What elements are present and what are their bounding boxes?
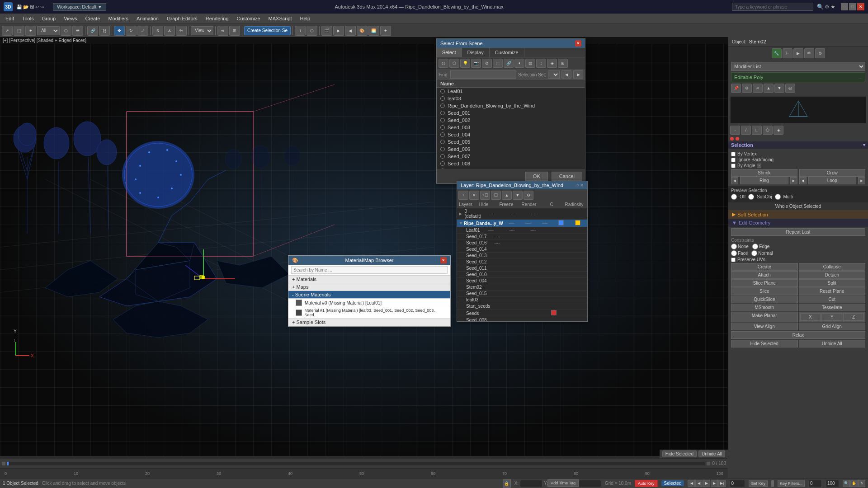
ring-right-arrow[interactable]: ► bbox=[790, 177, 797, 184]
mat-section-materials[interactable]: + Materials bbox=[288, 276, 450, 283]
view-align-btn[interactable]: View Align bbox=[731, 323, 798, 330]
grow-btn[interactable]: Grow bbox=[799, 169, 866, 177]
scale-btn[interactable]: ⤢ bbox=[137, 26, 148, 36]
layer-sel-from-btn[interactable]: ☐ bbox=[491, 191, 501, 200]
render-setup-btn[interactable]: 🎬 bbox=[321, 26, 332, 36]
start-frame-input[interactable] bbox=[808, 480, 822, 487]
percent-snap-btn[interactable]: % bbox=[176, 26, 187, 36]
scene-dialog-title[interactable]: Select From Scene ✕ bbox=[437, 39, 585, 48]
menu-modifiers[interactable]: Modifiers bbox=[104, 15, 132, 22]
modifier-dropdown[interactable]: Modifier List bbox=[731, 62, 865, 71]
show-result-btn[interactable]: ◎ bbox=[785, 84, 795, 93]
close-btn[interactable]: ✕ bbox=[857, 3, 864, 10]
msmooth-btn[interactable]: MSmooth bbox=[731, 304, 798, 311]
select-tool[interactable]: ↗ bbox=[2, 26, 13, 36]
set-key-btn[interactable]: Set Key bbox=[749, 480, 768, 487]
lasso-tool[interactable]: ✦ bbox=[25, 26, 36, 36]
mat-section-sample[interactable]: + Sample Slots bbox=[288, 319, 450, 326]
scene-tool3[interactable]: 💡 bbox=[460, 59, 470, 68]
prev-frame-btn[interactable]: ◀ bbox=[695, 480, 703, 487]
menu-help[interactable]: Help bbox=[297, 15, 314, 22]
curve-btn[interactable]: ⌇ bbox=[295, 26, 306, 36]
scene-tool1[interactable]: ◎ bbox=[439, 59, 448, 68]
mat-section-maps[interactable]: + Maps bbox=[288, 283, 450, 291]
layer-add-btn[interactable]: + bbox=[458, 191, 468, 200]
scene-tool11[interactable]: ◈ bbox=[547, 59, 557, 68]
layer-seed017[interactable]: Seed_017 ---- bbox=[457, 234, 587, 240]
edge-mode-btn[interactable]: / bbox=[741, 126, 751, 135]
off-radio[interactable] bbox=[731, 194, 737, 200]
menu-views[interactable]: Views bbox=[60, 15, 80, 22]
scene-tool8[interactable]: ✦ bbox=[514, 59, 524, 68]
layer-list[interactable]: ▶ 0 (default) ---- ---- ---- ▼ Ripe_Dand… bbox=[457, 208, 587, 321]
mat-item-1[interactable]: Material #1 (Missing Material) [leaf03, … bbox=[288, 307, 450, 319]
tessellate-btn[interactable]: Tessellate bbox=[799, 304, 866, 311]
loop-left-arrow[interactable]: ◄ bbox=[799, 177, 807, 184]
layer-seed015[interactable]: Seed_015 bbox=[457, 291, 587, 297]
render-effects-btn[interactable]: ✦ bbox=[380, 26, 391, 36]
mirror-btn[interactable]: ⇔ bbox=[217, 26, 228, 36]
attach-btn[interactable]: Attach bbox=[731, 271, 798, 279]
menu-rendering[interactable]: Rendering bbox=[202, 15, 232, 22]
render-btn[interactable]: ▶ bbox=[333, 26, 344, 36]
search-input[interactable] bbox=[732, 3, 813, 11]
z-btn[interactable]: Z bbox=[843, 313, 864, 321]
mat-item-0[interactable]: Material #0 (Missing Material) [Leaf01] bbox=[288, 299, 450, 307]
sel-set-btn1[interactable]: ◀ bbox=[561, 70, 571, 79]
scene-dialog-close[interactable]: ✕ bbox=[575, 40, 581, 47]
multi-radio[interactable] bbox=[775, 194, 781, 200]
by-vertex-check[interactable] bbox=[731, 152, 736, 156]
layer-start-seeds[interactable]: Start_seeds bbox=[457, 303, 587, 310]
scene-tool4[interactable]: 📷 bbox=[471, 59, 481, 68]
next-frame-btn[interactable]: ▶ bbox=[711, 480, 718, 487]
pin-btn[interactable]: 📌 bbox=[731, 84, 741, 93]
loop-right-arrow[interactable]: ► bbox=[858, 177, 865, 184]
layer-move-down-btn[interactable]: ▼ bbox=[513, 191, 523, 200]
add-time-tag-btn[interactable]: Add Time Tag bbox=[547, 479, 579, 487]
scene-tool6[interactable]: ⬚ bbox=[493, 59, 503, 68]
angle-snap-btn[interactable]: ∡ bbox=[164, 26, 175, 36]
border-mode-btn[interactable]: □ bbox=[752, 126, 762, 135]
by-angle-check[interactable] bbox=[731, 164, 736, 168]
filter-dropdown[interactable]: All bbox=[37, 26, 60, 35]
hierarchy-icon-btn[interactable]: ⊢ bbox=[783, 48, 793, 58]
key-filters-btn[interactable]: Key Filters... bbox=[778, 480, 805, 487]
play-btn[interactable]: ▶ bbox=[703, 480, 710, 487]
layer-panel-title[interactable]: Layer: Ripe_Dandelion_Blowing_by_the_Win… bbox=[457, 181, 587, 189]
tab-select[interactable]: Select bbox=[437, 48, 462, 57]
menu-maxscript[interactable]: MAXScript bbox=[265, 15, 296, 22]
layer-seeds[interactable]: Seeds bbox=[457, 310, 587, 317]
align-btn[interactable]: ⊞ bbox=[229, 26, 240, 36]
snap-btn[interactable]: 3 bbox=[152, 26, 163, 36]
utility-icon-btn[interactable]: ⚙ bbox=[815, 48, 825, 58]
nav-orbit-btn[interactable]: ↻ bbox=[858, 480, 865, 487]
normal-radio[interactable] bbox=[751, 250, 757, 256]
link-btn[interactable]: 🔗 bbox=[87, 26, 98, 36]
ring-left-arrow[interactable]: ◄ bbox=[731, 177, 738, 184]
viewport[interactable]: [+] [Perspective] [Shaded + Edged Faces]… bbox=[0, 37, 728, 458]
env-btn[interactable]: 🌅 bbox=[368, 26, 379, 36]
ring-btn[interactable]: Ring bbox=[740, 177, 788, 184]
delete-mod-btn[interactable]: ✕ bbox=[753, 84, 763, 93]
sel-set-dropdown[interactable] bbox=[548, 70, 560, 79]
layer-settings-btn[interactable]: ⚙ bbox=[524, 191, 533, 200]
select-name-btn[interactable]: ☰ bbox=[72, 26, 83, 36]
scene-tool9[interactable]: ▤ bbox=[525, 59, 535, 68]
obj-seed005[interactable]: Seed_005 bbox=[437, 138, 585, 145]
menu-customize[interactable]: Customize bbox=[233, 15, 264, 22]
mat-section-scene[interactable]: - Scene Materials bbox=[288, 291, 450, 299]
workspace-label[interactable]: Workspace: Default ▼ bbox=[53, 3, 106, 11]
layer-ripe[interactable]: ▼ Ripe_Dande...y_W ---- ---- ---- bbox=[457, 220, 587, 227]
layer-leaf01[interactable]: Leaf01 ---- ---- ---- bbox=[457, 227, 587, 234]
split-btn[interactable]: Split bbox=[799, 279, 866, 287]
hide-selected-rp-btn[interactable]: Hide Selected bbox=[731, 340, 798, 347]
view-dropdown[interactable]: View bbox=[191, 26, 213, 35]
scene-tool7[interactable]: 🔗 bbox=[504, 59, 514, 68]
relax-btn[interactable]: Relax bbox=[731, 331, 865, 339]
move-down-btn[interactable]: ▼ bbox=[774, 84, 784, 93]
create-btn[interactable]: Create bbox=[731, 263, 798, 271]
selection-section-title[interactable]: Selection ▾ bbox=[728, 141, 868, 149]
layer-seed011[interactable]: Seed_011 bbox=[457, 265, 587, 272]
minimize-btn[interactable]: ─ bbox=[841, 3, 848, 10]
go-end-btn[interactable]: ▶| bbox=[718, 480, 726, 487]
